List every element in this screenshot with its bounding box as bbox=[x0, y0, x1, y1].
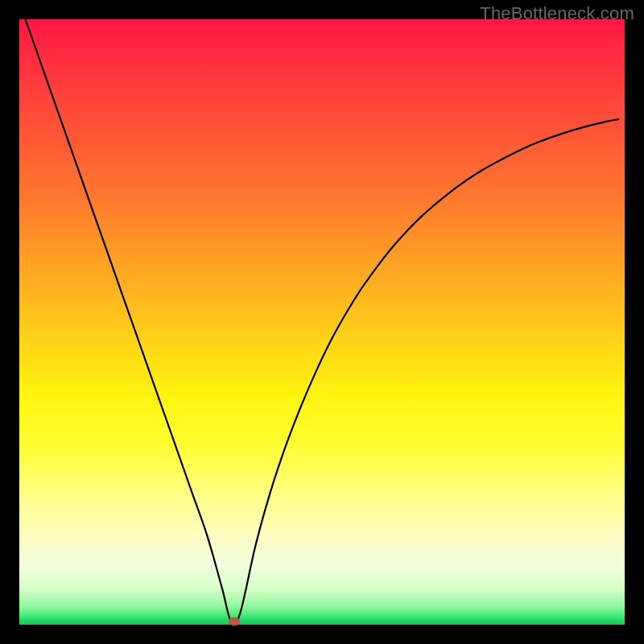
watermark-text: TheBottleneck.com bbox=[480, 3, 634, 24]
bottleneck-curve bbox=[26, 19, 619, 625]
optimal-marker bbox=[229, 617, 240, 625]
curve-svg bbox=[19, 19, 625, 625]
plot-area bbox=[19, 19, 625, 625]
chart-frame: TheBottleneck.com bbox=[0, 0, 644, 644]
